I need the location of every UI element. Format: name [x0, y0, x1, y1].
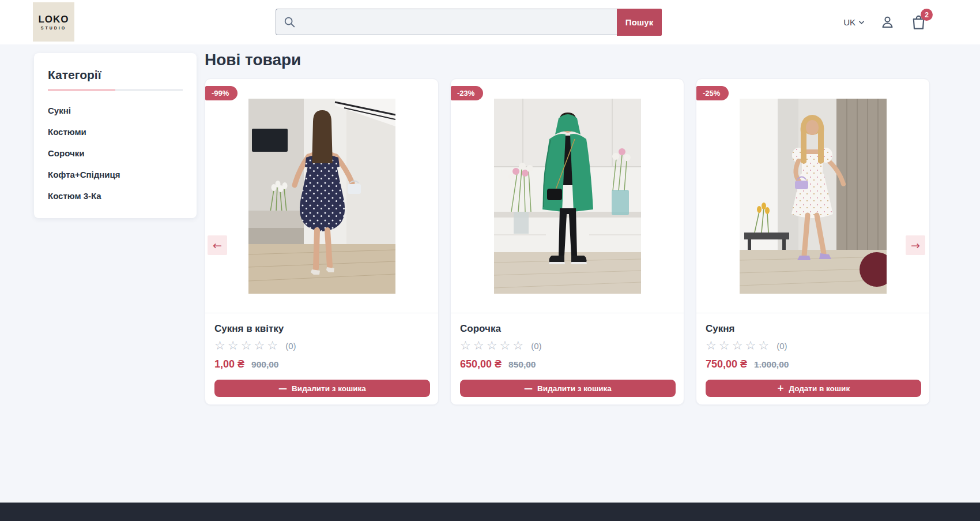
rating-stars-icon: ☆☆☆☆☆ — [706, 340, 771, 352]
user-icon — [880, 14, 895, 30]
store-logo[interactable]: LOKO STUDIO — [33, 2, 74, 42]
footer — [0, 503, 980, 521]
product-name[interactable]: Сукня в квітку — [214, 323, 429, 335]
cart-button[interactable]: 2 — [910, 14, 927, 31]
sidebar-item-top-skirt[interactable]: Кофта+Спідниця — [48, 164, 183, 185]
price-old: 1.000,00 — [754, 359, 789, 370]
price-current: 650,00 ₴ — [460, 358, 502, 370]
button-label: Видалити з кошика — [537, 384, 612, 393]
main-content: Нові товари -99% — [205, 51, 930, 405]
price-row: 750,00 ₴ 1.000,00 — [706, 358, 920, 370]
minus-icon: — — [278, 384, 287, 393]
sidebar-item-suits[interactable]: Костюми — [48, 121, 183, 143]
sidebar-item-shirts[interactable]: Сорочки — [48, 143, 183, 164]
arrow-left-icon: ← — [213, 239, 222, 252]
discount-badge: -99% — [205, 86, 238, 100]
remove-from-cart-button[interactable]: — Видалити з кошика — [460, 380, 676, 397]
search-input[interactable] — [296, 9, 617, 35]
price-row: 650,00 ₴ 850,00 — [460, 358, 674, 370]
product-image[interactable] — [494, 99, 641, 294]
language-selector[interactable]: UK — [843, 17, 865, 27]
product-rating: ☆☆☆☆☆ (0) — [214, 340, 429, 352]
discount-badge: -25% — [696, 86, 729, 100]
product-image[interactable] — [740, 99, 887, 294]
search-bar: Пошук — [276, 9, 662, 36]
rating-stars-icon: ☆☆☆☆☆ — [214, 340, 280, 352]
price-old: 900,00 — [251, 359, 278, 370]
button-label: Додати в кошик — [789, 384, 850, 393]
rating-count: (0) — [531, 341, 541, 351]
rating-count: (0) — [285, 341, 296, 351]
product-rating: ☆☆☆☆☆ (0) — [460, 340, 674, 352]
logo-title: LOKO — [38, 14, 69, 24]
sidebar-item-suit-3pc[interactable]: Костюм 3-Ка — [48, 185, 183, 207]
minus-icon: — — [524, 384, 533, 393]
carousel-next-button[interactable]: → — [906, 235, 925, 255]
rating-count: (0) — [777, 341, 787, 351]
button-label: Видалити з кошика — [292, 384, 366, 393]
language-label: UK — [843, 17, 855, 27]
search-icon — [283, 16, 296, 28]
arrow-right-icon: → — [911, 239, 920, 252]
logo-subtitle: STUDIO — [41, 26, 66, 30]
categories-sidebar: Категорії Сукні Костюми Сорочки Кофта+Сп… — [34, 53, 197, 218]
product-card: -99% — [205, 78, 439, 405]
carousel-prev-button[interactable]: ← — [208, 235, 227, 255]
page-title: Нові товари — [205, 51, 930, 69]
header: LOKO STUDIO Пошук UK — [0, 0, 980, 44]
product-image[interactable] — [248, 99, 395, 294]
product-rating: ☆☆☆☆☆ (0) — [706, 340, 920, 352]
product-name[interactable]: Сорочка — [460, 323, 674, 335]
price-row: 1,00 ₴ 900,00 — [214, 358, 429, 370]
search-input-box — [276, 9, 617, 35]
price-old: 850,00 — [508, 359, 536, 370]
product-card: -23% — [450, 78, 684, 405]
rating-stars-icon: ☆☆☆☆☆ — [460, 340, 526, 352]
discount-badge: -23% — [451, 86, 483, 100]
add-to-cart-button[interactable]: + Додати в кошик — [706, 380, 921, 397]
product-card: -25% — [696, 78, 930, 405]
sidebar-divider — [48, 89, 183, 91]
header-actions: UK 2 — [843, 0, 927, 44]
product-name[interactable]: Сукня — [706, 323, 920, 335]
sidebar-title: Категорії — [48, 68, 183, 82]
cart-count-badge: 2 — [921, 9, 933, 21]
chevron-down-icon — [858, 20, 865, 25]
remove-from-cart-button[interactable]: — Видалити з кошика — [214, 380, 430, 397]
search-button[interactable]: Пошук — [617, 9, 662, 36]
price-current: 1,00 ₴ — [214, 358, 244, 370]
sidebar-item-dresses[interactable]: Сукні — [48, 100, 183, 121]
account-button[interactable] — [880, 14, 895, 30]
product-carousel: -99% — [205, 78, 930, 405]
plus-icon: + — [777, 384, 785, 393]
price-current: 750,00 ₴ — [706, 358, 747, 370]
